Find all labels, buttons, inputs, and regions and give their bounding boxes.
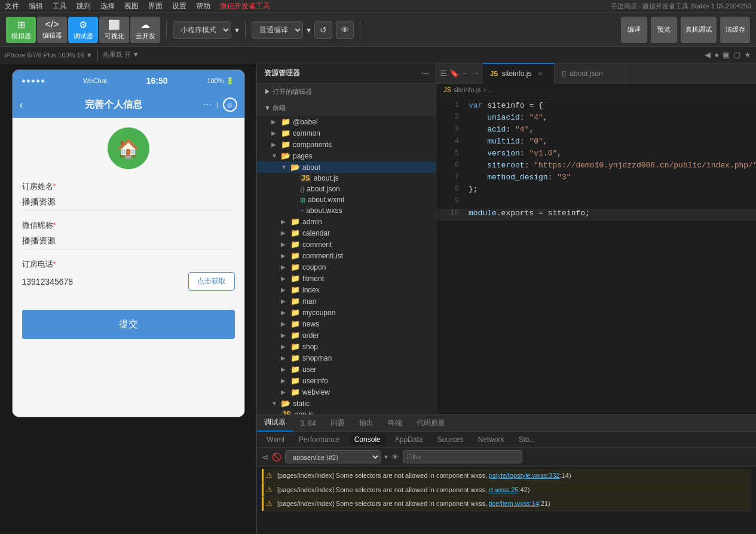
tree-item[interactable]: {}about.json bbox=[257, 184, 436, 194]
tree-item[interactable]: ▶📁calendar bbox=[257, 227, 436, 239]
real-debug-button[interactable]: 真机调试 bbox=[681, 17, 717, 43]
debugger-button[interactable]: ⚙ 调试器 bbox=[68, 17, 98, 43]
tree-item[interactable]: ▶📁webview bbox=[257, 386, 436, 398]
tree-item[interactable]: ▶📁userinfo bbox=[257, 375, 436, 386]
tree-item[interactable]: JSapp.js bbox=[257, 409, 436, 414]
compile-button[interactable]: 编译 bbox=[621, 17, 647, 43]
simulator-button[interactable]: ⊞ 模拟器 bbox=[6, 17, 36, 43]
tree-item[interactable]: ▶📁admin bbox=[257, 216, 436, 227]
compile-select[interactable]: 普通编译 bbox=[252, 21, 303, 39]
tree-arrow: ▶ bbox=[281, 343, 288, 350]
menu-edit[interactable]: 编辑 bbox=[29, 1, 43, 11]
nav-forward-icon[interactable]: → bbox=[472, 69, 479, 78]
menu-wechat[interactable]: 微信开发者工具 bbox=[220, 1, 270, 11]
console-filter-input[interactable] bbox=[403, 450, 522, 463]
open-editors-section[interactable]: ▶ 打开的编辑器 bbox=[257, 84, 436, 100]
bottom-tab-output[interactable]: 输出 bbox=[352, 415, 381, 432]
refresh-button[interactable]: ↺ bbox=[314, 21, 332, 39]
clear-button[interactable]: 清缓存 bbox=[720, 17, 750, 43]
tree-item[interactable]: ▶📁commentList bbox=[257, 250, 436, 261]
tree-item[interactable]: ▼📂static bbox=[257, 398, 436, 409]
nav-back-icon[interactable]: ← bbox=[461, 69, 469, 78]
console-link[interactable]: rt.wxss:25 bbox=[489, 486, 519, 493]
hotreload-label[interactable]: 热重载 开 ▼ bbox=[103, 50, 139, 59]
visible-button[interactable]: ⬜ 可视化 bbox=[99, 17, 129, 43]
console-link[interactable]: tice/item.wxss:14 bbox=[489, 500, 539, 507]
sim-rotate-icon[interactable]: ▢ bbox=[733, 50, 740, 59]
submit-button[interactable]: 提交 bbox=[22, 310, 235, 339]
sim-star-icon[interactable]: ★ bbox=[744, 50, 751, 59]
sim-record-icon[interactable]: ● bbox=[714, 50, 719, 59]
editor-button[interactable]: </> 编辑器 bbox=[37, 17, 67, 43]
console-arrow[interactable]: ▾ bbox=[384, 453, 388, 461]
frontend-section[interactable]: ▼ 前端 bbox=[257, 100, 436, 116]
tab-close-icon[interactable]: ✕ bbox=[538, 71, 543, 77]
sub-tab-appdata[interactable]: AppData bbox=[390, 434, 428, 445]
menu-goto[interactable]: 跳到 bbox=[76, 1, 91, 11]
bottom-tab-terminal[interactable]: 终端 bbox=[381, 415, 409, 432]
avatar[interactable]: 🏠 bbox=[108, 127, 149, 169]
tree-item[interactable]: ▶📁components bbox=[257, 139, 436, 150]
tree-item[interactable]: ▶📁man bbox=[257, 295, 436, 307]
get-code-button[interactable]: 点击获取 bbox=[188, 272, 235, 291]
bottom-tab-debugger[interactable]: 调试器 bbox=[257, 415, 293, 432]
tree-item[interactable]: ~about.wxss bbox=[257, 205, 436, 216]
tree-item[interactable]: ▶📁common bbox=[257, 127, 436, 139]
back-button[interactable]: ‹ bbox=[20, 99, 23, 111]
sub-tab-console[interactable]: Console bbox=[350, 434, 385, 445]
sub-tab-sources[interactable]: Sources bbox=[432, 434, 468, 445]
tree-item[interactable]: ▶📁news bbox=[257, 318, 436, 329]
tree-item[interactable]: ▶📁comment bbox=[257, 239, 436, 250]
tab-about-json[interactable]: {} about.json bbox=[555, 63, 626, 84]
debugger-icon: ⚙ bbox=[79, 19, 87, 30]
menu-file[interactable]: 文件 bbox=[5, 1, 19, 11]
console-left-icon[interactable]: ⊲ bbox=[262, 453, 268, 462]
editor-toolbar-icons: ☰ 🔖 ← → bbox=[436, 66, 483, 80]
sim-back-icon[interactable]: ◀ bbox=[705, 50, 711, 59]
tree-item[interactable]: ▶📁mycoupon bbox=[257, 307, 436, 318]
tree-item[interactable]: ▶📁shop bbox=[257, 341, 436, 352]
tree-item[interactable]: ▶📁index bbox=[257, 284, 436, 295]
console-clear-icon[interactable]: 🚫 bbox=[272, 453, 281, 462]
menu-help[interactable]: 帮助 bbox=[196, 1, 210, 11]
bookmark-icon[interactable]: 🔖 bbox=[449, 69, 459, 78]
menu-select[interactable]: 选择 bbox=[100, 1, 115, 11]
cloud-button[interactable]: ☁ 云开发 bbox=[130, 17, 160, 43]
tree-item[interactable]: ▶📁@babel bbox=[257, 116, 436, 127]
wechat-name-value[interactable]: 播播资源 bbox=[22, 233, 235, 249]
bottom-tab-quality[interactable]: 代码质量 bbox=[409, 415, 452, 432]
sub-tab-wxml[interactable]: Wxml bbox=[262, 434, 289, 445]
tab-siteinfo-js[interactable]: JS siteinfo.js ✕ bbox=[483, 63, 555, 84]
console-service-select[interactable]: appservice (#2) bbox=[285, 450, 381, 463]
sim-phone-icon[interactable]: ▣ bbox=[723, 50, 730, 59]
required-mark-2: * bbox=[53, 221, 56, 230]
tree-item[interactable]: ▶📁coupon bbox=[257, 261, 436, 273]
menu-settings[interactable]: 设置 bbox=[172, 1, 186, 11]
sub-tab-sto[interactable]: Sto... bbox=[513, 434, 540, 445]
sub-tab-perf[interactable]: Performance bbox=[294, 434, 345, 445]
bottom-tab-problems[interactable]: 问题 bbox=[323, 415, 352, 432]
tree-item[interactable]: ⊞about.wxml bbox=[257, 194, 436, 205]
tree-item[interactable]: ▼📂pages bbox=[257, 150, 436, 161]
tree-item[interactable]: ▶📁user bbox=[257, 364, 436, 375]
tree-item[interactable]: ▶📁fitment bbox=[257, 273, 436, 284]
camera-icon[interactable]: ◎ bbox=[223, 97, 237, 112]
console-link[interactable]: pstyle/topstyle.wxss:332 bbox=[489, 472, 560, 479]
more-icon[interactable]: ··· bbox=[204, 99, 212, 110]
menu-view[interactable]: 视图 bbox=[124, 1, 139, 11]
sub-tab-network[interactable]: Network bbox=[473, 434, 509, 445]
explorer-menu-icon[interactable]: ··· bbox=[421, 69, 428, 78]
breadcrumb-toggle[interactable]: ☰ bbox=[440, 69, 447, 78]
menu-tools[interactable]: 工具 bbox=[53, 1, 67, 11]
menu-interface[interactable]: 界面 bbox=[148, 1, 163, 11]
tree-item[interactable]: ▶📁shopman bbox=[257, 352, 436, 364]
console-eye-icon[interactable]: 👁 bbox=[391, 453, 399, 462]
mode-select[interactable]: 小程序模式 bbox=[173, 21, 231, 39]
tree-item[interactable]: JSabout.js bbox=[257, 173, 436, 184]
booking-name-value[interactable]: 播播资源 bbox=[22, 194, 235, 210]
code-editor[interactable]: 1var siteinfo = {2 uniacid: "4",3 acid: … bbox=[436, 96, 756, 414]
preview-button[interactable]: 预览 bbox=[651, 17, 677, 43]
tree-item[interactable]: ▼📂about bbox=[257, 161, 436, 173]
tree-item[interactable]: ▶📁order bbox=[257, 329, 436, 341]
preview-icon-button[interactable]: 👁 bbox=[336, 21, 354, 39]
